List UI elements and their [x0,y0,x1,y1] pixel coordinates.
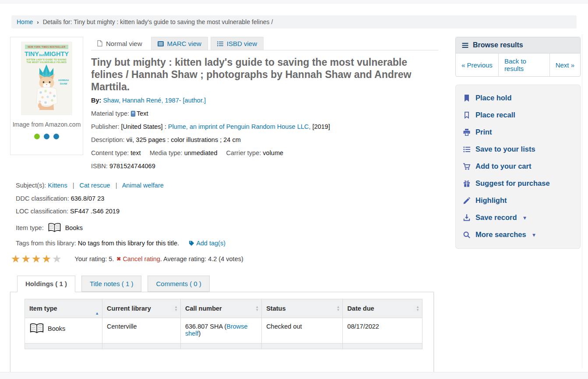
action-label: More searches [475,230,526,239]
column-header-item-type[interactable]: Item type▲ [25,299,102,318]
cancel-rating-link[interactable]: Cancel rating [123,255,160,262]
page-title: Tiny but mighty : kitten lady's guide to… [91,56,438,93]
action-label: Suggest for purchase [475,179,550,188]
book-cover-image[interactable]: NEW YORK TIMES BESTSELLER TINYbutMIGHTY … [21,42,72,115]
tab-normal-view[interactable]: Normal view [91,37,148,50]
svg-text:KITTEN LADY'S GUIDE TO SAVING: KITTEN LADY'S GUIDE TO SAVING [27,59,67,61]
star-icon[interactable] [32,253,42,265]
page-edge-divider [582,34,582,368]
cell-current-library: Centerville [102,318,181,343]
carrier-type-value: volume [263,149,283,156]
ddc-value: 636.8/07 23 [71,195,105,202]
more-searches-action[interactable]: More searches ▾ [456,226,580,243]
action-label: Save record [475,213,517,222]
content-types-line: Content type: text Media type: unmediate… [91,149,438,157]
back-to-results-link[interactable]: Back to results [498,53,550,76]
breadcrumb-current: Details for: Tiny but mighty : kitten la… [43,18,273,25]
suggest-for-purchase-action[interactable]: Suggest for purchase [456,175,580,192]
call-number-text: 636.807 SHA ( [185,323,226,330]
highlight-action[interactable]: Highlight [456,192,580,209]
publisher-label: Publisher: [91,123,119,130]
tags-line: Tags from this library: No tags from thi… [16,240,438,247]
chevron-down-icon: ▾ [523,215,526,221]
publisher-link[interactable]: Plume, an imprint of Penguin Random Hous… [168,123,311,130]
table-footer-row [25,343,423,349]
item-type-line: Item type: Books [16,223,438,233]
isbn-line: ISBN: 9781524744069 [91,163,438,170]
breadcrumb: Home › Details for: Tiny but mighty : ki… [11,15,577,28]
add-to-cart-action[interactable]: Add to your cart [456,158,580,175]
content-type-label: Content type: [91,149,129,156]
column-header-date-due[interactable]: Date due▲▼ [343,299,423,318]
table-row: Books Centerville 636.807 SHA (Browse sh… [25,318,423,343]
column-header-status[interactable]: Status▲▼ [262,299,343,318]
save-to-lists-action[interactable]: Save to your lists [456,141,580,158]
cell-call-number: 636.807 SHA (Browse shelf) [180,318,261,343]
place-recall-action[interactable]: Place recall [456,106,580,124]
sort-icon: ▲▼ [174,305,178,312]
download-icon [463,214,471,221]
add-tags-label: Add tag(s) [196,240,225,247]
loc-label: LOC classification: [16,208,68,215]
save-record-action[interactable]: Save record ▾ [456,209,580,226]
isbn-value: 9781524744069 [109,163,155,170]
open-book-icon [29,323,44,334]
carrier-type-label: Carrier type: [226,149,261,156]
star-icon[interactable] [11,253,21,265]
star-icon[interactable] [42,253,53,265]
action-label: Place hold [475,94,512,102]
publisher-year: [2019] [312,123,330,130]
subject-link-cat-rescue[interactable]: Cat rescue [80,182,110,189]
column-header-call-number[interactable]: Call number▲▼ [180,299,261,318]
tab-title-notes[interactable]: Title notes ( 1 ) [81,276,141,292]
browse-results-box: Browse results « Previous Back to result… [455,37,581,77]
breadcrumb-home-link[interactable]: Home [17,18,33,25]
publisher-place: [United States] : [121,123,166,130]
author-link[interactable]: Shaw, Hannah René, 1987- [author.] [103,97,206,104]
star-rating[interactable] [11,253,63,265]
loc-value: SF447 .S46 2019 [70,208,120,215]
description-label: Description: [91,136,125,143]
add-tags-link[interactable]: Add tag(s) [189,240,225,247]
cancel-rating-x-icon: ✖ [116,256,121,262]
average-rating-text: . Average rating: 4.2 (4 votes) [160,255,243,262]
bookmark-filled-icon [463,94,471,102]
breadcrumb-separator-icon: › [37,19,39,25]
media-type-value: unmediated [184,149,218,156]
subject-link-animal-welfare[interactable]: Animal welfare [122,182,164,189]
tab-isbd-view[interactable]: ISBD view [211,37,264,50]
tags-label: Tags from this library: [16,240,76,247]
holdings-table: Item type▲ Current library▲▼ Call number… [25,299,423,349]
material-type-line: Material type:Text [91,110,438,117]
media-type-label: Media type: [150,149,183,156]
item-type-cell-value: Books [48,325,65,332]
subject-link-kittens[interactable]: Kittens [48,182,67,189]
cover-status-dots [11,134,83,139]
top-strip [0,0,588,4]
loc-line: LOC classification: SF447 .S46 2019 [16,208,438,215]
list-bullets-icon [463,145,471,153]
subjects-line: Subject(s): Kittens | Cat rescue | Anima… [16,182,438,189]
rating-line: Your rating: 5. ✖ Cancel rating . Averag… [11,253,438,265]
results-navigation: « Previous Back to results Next » [456,53,580,76]
subject-separator: | [73,182,74,189]
cart-icon [463,163,471,170]
next-result-link[interactable]: Next » [550,53,580,76]
print-action[interactable]: Print [456,124,580,141]
place-hold-action[interactable]: Place hold [456,89,580,106]
action-label: Save to your lists [475,145,535,153]
tab-comments[interactable]: Comments ( 0 ) [148,276,209,292]
tab-holdings[interactable]: Holdings ( 1 ) [17,276,75,292]
search-icon [463,231,471,238]
star-icon[interactable] [52,253,63,265]
by-label: By: [91,97,101,104]
svg-text:NEW YORK TIMES BESTSELLER: NEW YORK TIMES BESTSELLER [28,46,65,48]
star-icon[interactable] [21,253,32,265]
holdings-panel: Item type▲ Current library▲▼ Call number… [10,292,434,375]
tab-marc-view[interactable]: MARC view [151,37,208,50]
view-toolbar: Normal view MARC view ISBD view [91,37,438,50]
item-type-value: Books [65,224,83,231]
column-header-current-library[interactable]: Current library▲▼ [102,299,181,318]
sidebar: Browse results « Previous Back to result… [455,37,581,375]
previous-result-link[interactable]: « Previous [456,53,498,76]
